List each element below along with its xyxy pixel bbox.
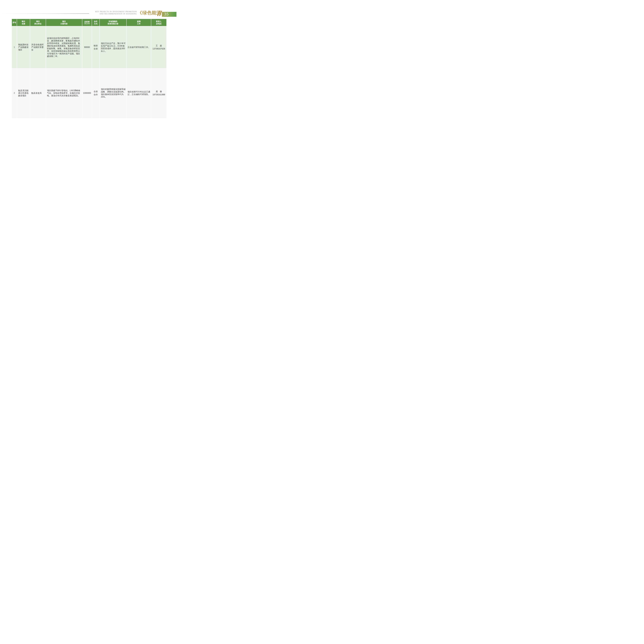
table-row-1-preparation: 正在做可研等前期工作。: [127, 26, 151, 68]
eyebrow-line-1: KEY PROJECTS IN INVESTMENT PROMOTION: [95, 11, 137, 13]
contact-name: 易 淼: [151, 90, 166, 93]
column-header-investment: 总投资 （万元人民币）: [82, 19, 92, 26]
contact-phone: 18709161988: [151, 93, 166, 96]
table-row-1-project-name: 氢能源科技产业园建设项目: [17, 26, 30, 68]
contact-name: 王 超: [151, 44, 166, 47]
table-row-1-unit: 洋县绿色循环产业园区管委会: [30, 26, 46, 68]
table-row-1-market-analysis: 项目完全达产后，预计年可实现产值12亿元，8-9年收回投资成本，提供就业300余…: [100, 26, 126, 68]
table-row-2-unit: 勉县发改局: [30, 69, 46, 118]
page-number: 35: [164, 12, 169, 16]
column-header-contact: 联系人 及电话: [151, 19, 166, 26]
table-row-2-investment: 1000000: [82, 69, 92, 118]
guillemet-mark: 《: [138, 10, 142, 15]
column-header-preparation: 前期 工作: [127, 19, 151, 26]
column-header-mode: 合作 方式: [92, 19, 99, 26]
page-number-box: 35: [162, 12, 176, 17]
column-header-unit: 项目 承办单位: [30, 19, 46, 26]
projects-table: 序号 项目 名称 项目 承办单位 项目 主要内容 总投资 （万元人民币） 合作 …: [12, 19, 166, 118]
column-header-name: 项目 名称: [17, 19, 30, 26]
column-header-content: 项目 主要内容: [46, 19, 82, 26]
table-row-1-no: 1: [12, 26, 17, 68]
table-row-2-content: 项目新建750KV变电站、LNG调峰储气站、绿电应用场景等，实施光伏发电、屋顶分…: [46, 69, 82, 118]
table-row-1-mode: 独资 合资: [92, 26, 99, 68]
document-page: KEY PROJECTS IN INVESTMENT PROMOTION AND…: [0, 0, 177, 131]
contact-phone: 13709167626: [151, 47, 166, 50]
table-row-2-no: 2: [12, 69, 17, 118]
eyebrow-text: KEY PROJECTS IN INVESTMENT PROMOTION AND…: [95, 11, 137, 15]
table-row-2-market-analysis: 项目积极贯彻落实国家双碳战略，调整全县能源结构。项目整体投资回报率约为25%。: [100, 69, 126, 118]
column-header-market: 市场预测及 投资回报分析: [100, 19, 126, 26]
header-divider-line: [3, 13, 89, 14]
table-row-2-preparation: 项目前期可行性论证已通过，正在编制可研报告。: [127, 69, 151, 118]
table-row-1-content: 该项目拟在现代材料园区，占地350亩，建设陕南首家，集氢能关键技术及零部件研发、…: [46, 26, 82, 68]
table-row-2-contact: 易 淼 18709161988: [151, 69, 166, 118]
table-row-2-project-name: 勉县清洁能源示范基地建设项目: [17, 69, 30, 118]
double-slash-icon: [158, 11, 161, 16]
eyebrow-line-2: AND RECOMMENDATION IN HANZHONG: [95, 13, 137, 15]
table-row-2-mode: 合资 合作: [92, 69, 99, 118]
column-header-no: 序号: [12, 19, 17, 26]
table-row-1-investment: 90000: [82, 26, 92, 68]
table-row-1-contact: 王 超 13709167626: [151, 26, 166, 68]
